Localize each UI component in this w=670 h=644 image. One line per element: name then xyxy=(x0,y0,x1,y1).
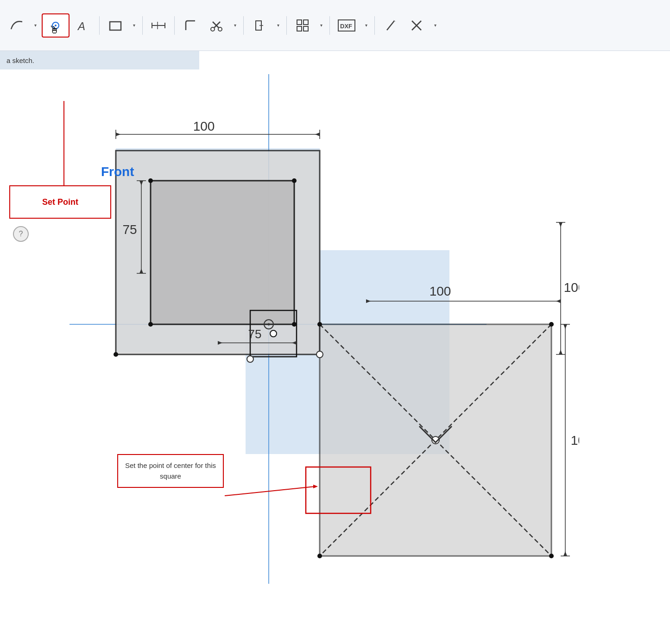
svg-point-46 xyxy=(292,322,297,327)
mirror-dropdown-arrow-icon: ▾ xyxy=(277,23,279,28)
svg-marker-70 xyxy=(556,299,561,303)
svg-marker-31 xyxy=(315,133,320,136)
toolbar: ▾ A ▾ xyxy=(0,0,670,51)
svg-point-1 xyxy=(55,25,57,26)
divider-7 xyxy=(374,16,375,35)
svg-point-61 xyxy=(549,554,554,558)
dimension-tool-button[interactable] xyxy=(146,13,171,38)
svg-point-47 xyxy=(114,352,118,357)
divider-5 xyxy=(286,16,287,35)
drawing-canvas: 100 75 75 xyxy=(70,74,579,630)
trim-dropdown-arrow-icon: ▾ xyxy=(234,23,236,28)
dxf-dropdown-button[interactable]: ▾ xyxy=(361,13,371,38)
divider-1 xyxy=(99,16,100,35)
svg-text:100: 100 xyxy=(564,280,579,295)
divider-6 xyxy=(329,16,330,35)
svg-point-58 xyxy=(317,322,322,327)
svg-marker-65 xyxy=(559,222,563,227)
divider-4 xyxy=(243,16,244,35)
angle-dropdown-arrow-icon: ▾ xyxy=(434,23,436,28)
svg-point-60 xyxy=(317,554,322,558)
svg-rect-3 xyxy=(110,22,121,30)
mirror-dropdown-button[interactable]: ▾ xyxy=(273,13,283,38)
svg-line-19 xyxy=(387,21,394,30)
curve-dropdown-button[interactable]: ▾ xyxy=(31,13,40,38)
mirror-tool-button[interactable] xyxy=(247,13,272,38)
fillet-tool-button[interactable] xyxy=(178,13,202,38)
callout-text: Set the point of center for this square xyxy=(125,461,216,480)
svg-marker-76 xyxy=(563,551,567,556)
svg-point-59 xyxy=(549,322,554,327)
svg-text:100: 100 xyxy=(193,119,215,133)
hint-text: a sketch. xyxy=(6,57,34,64)
text-tool-button[interactable]: A xyxy=(71,13,95,38)
svg-text:100: 100 xyxy=(571,433,579,448)
hint-panel: a sketch. xyxy=(0,51,199,69)
svg-point-79 xyxy=(316,351,323,358)
svg-text:100: 100 xyxy=(430,284,451,298)
divider-2 xyxy=(142,16,143,35)
divider-3 xyxy=(174,16,175,35)
rect-tool-button[interactable] xyxy=(103,13,127,38)
front-label: Front xyxy=(101,164,134,179)
svg-marker-66 xyxy=(559,350,563,354)
dxf-dropdown-arrow-icon: ▾ xyxy=(365,23,367,28)
canvas-area: a sketch. Front Set Point ? 100 xyxy=(0,51,670,644)
set-point-label: Set Point xyxy=(42,197,78,207)
set-point-box: Set Point xyxy=(9,185,111,219)
callout-box: Set the point of center for this square xyxy=(117,454,224,488)
svg-point-10 xyxy=(211,27,215,31)
svg-point-45 xyxy=(148,322,153,327)
svg-marker-75 xyxy=(563,324,567,329)
dxf-tool-button[interactable]: DXF xyxy=(334,13,360,38)
svg-rect-15 xyxy=(297,26,302,31)
svg-point-80 xyxy=(247,356,253,362)
svg-rect-13 xyxy=(297,20,302,25)
rect-dropdown-button[interactable]: ▾ xyxy=(129,13,139,38)
trim-tool-button[interactable] xyxy=(204,13,228,38)
angle-tool-button[interactable] xyxy=(405,13,429,38)
svg-text:75: 75 xyxy=(248,327,262,341)
svg-point-44 xyxy=(292,178,297,183)
curve-tool-button[interactable] xyxy=(5,13,29,38)
pattern-tool-button[interactable] xyxy=(291,13,315,38)
point-tool-button[interactable] xyxy=(42,13,70,38)
svg-text:75: 75 xyxy=(122,222,137,237)
svg-point-50 xyxy=(270,330,277,337)
pattern-dropdown-arrow-icon: ▾ xyxy=(320,23,322,28)
help-icon[interactable]: ? xyxy=(13,226,29,242)
svg-rect-16 xyxy=(303,26,308,31)
angle-dropdown-button[interactable]: ▾ xyxy=(430,13,440,38)
svg-point-11 xyxy=(218,27,222,31)
constraints-tool-button[interactable] xyxy=(379,13,403,38)
svg-text:A: A xyxy=(77,20,85,32)
svg-marker-30 xyxy=(116,133,120,136)
svg-rect-14 xyxy=(303,20,308,25)
svg-rect-34 xyxy=(151,181,294,324)
curve-dropdown-arrow-icon: ▾ xyxy=(34,23,37,28)
rect-dropdown-arrow-icon: ▾ xyxy=(133,23,135,28)
pattern-dropdown-button[interactable]: ▾ xyxy=(316,13,326,38)
trim-dropdown-button[interactable]: ▾ xyxy=(230,13,240,38)
svg-point-42 xyxy=(268,323,270,326)
svg-point-43 xyxy=(148,178,153,183)
svg-text:DXF: DXF xyxy=(340,23,352,30)
